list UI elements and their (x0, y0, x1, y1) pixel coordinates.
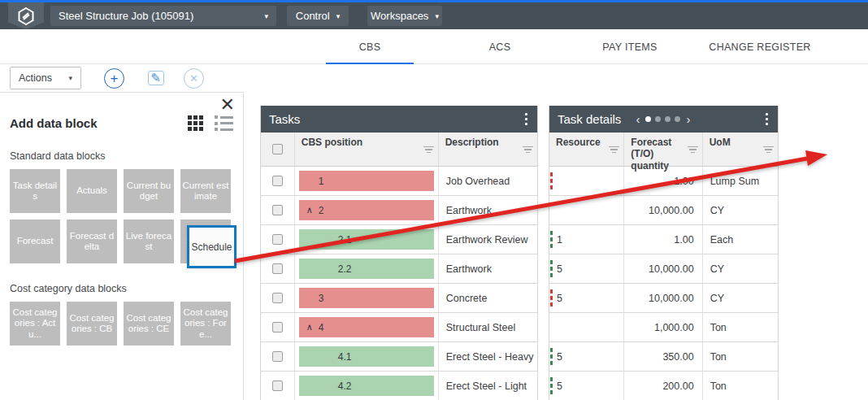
table-row[interactable]: 1,000.00Ton (549, 313, 778, 342)
row-checkbox[interactable] (272, 322, 283, 333)
table-row[interactable]: 10,000.00CY (549, 196, 778, 225)
task-description: Earthwork Review (439, 225, 537, 254)
filter-icon[interactable] (523, 146, 533, 154)
column-header-forecast-quantity[interactable]: Forecast (T/O) quantity (624, 133, 702, 166)
resource-status-marker (550, 319, 553, 337)
actions-dropdown[interactable]: Actions ▾ (10, 67, 81, 89)
data-block-tile-cost-categories-cb[interactable]: Cost categories : CB (67, 302, 117, 346)
column-header-cbs-position[interactable]: CBS position (295, 133, 439, 166)
data-block-tile-live-forecast[interactable]: Live forecast (124, 220, 174, 263)
tab-change-register[interactable]: CHANGE REGISTER (695, 29, 825, 64)
data-block-tile-cost-categories-fore[interactable]: Cost categories : Fore... (180, 302, 231, 346)
filter-icon[interactable] (423, 146, 434, 154)
toolbar: Actions ▾ + ✎ ✕ (0, 64, 868, 92)
tasks-header-row: CBS position Description (261, 133, 537, 167)
data-block-tile-task-details[interactable]: Task details (10, 169, 60, 213)
collapse-caret-icon[interactable]: ∧ (306, 322, 313, 333)
chevron-left-icon[interactable]: ‹ (634, 113, 641, 125)
filter-icon[interactable] (609, 146, 619, 154)
row-checkbox[interactable] (272, 380, 283, 391)
edit-button[interactable]: ✎ (145, 68, 166, 89)
cbs-position-bar: 1 (299, 171, 434, 191)
close-icon[interactable]: ✕ (220, 96, 235, 114)
column-header-description[interactable]: Description (439, 133, 537, 166)
row-checkbox[interactable] (272, 176, 283, 186)
chevron-right-icon[interactable]: › (684, 113, 692, 125)
forecast-quantity-value: 10,000.00 (624, 284, 702, 312)
forecast-quantity-value: 10,000.00 (624, 196, 702, 224)
table-row[interactable]: 510,000.00CY (549, 254, 778, 284)
table-row[interactable]: 510,000.00CY (549, 284, 778, 313)
task-description: Erect Steel - Light (439, 372, 537, 400)
cbs-position-value: 4.2 (338, 380, 352, 392)
table-row[interactable]: 1Job Overhead (261, 167, 537, 196)
pager-dot[interactable] (645, 116, 651, 122)
schedule-drag-tile[interactable]: Schedule (187, 225, 237, 268)
table-row[interactable]: 5350.00Ton (549, 342, 778, 372)
pager-dot[interactable] (675, 116, 680, 122)
task-description: Job Overhead (439, 167, 537, 195)
row-checkbox[interactable] (272, 234, 283, 245)
data-block-tile-cost-categories-actu[interactable]: Cost categories : Actu... (10, 302, 60, 346)
forecast-quantity-value: 10,000.00 (624, 254, 702, 283)
tasks-titlebar: Tasks (261, 106, 537, 133)
accent-strip (0, 0, 868, 2)
data-block-tile-current-budget[interactable]: Current budget (124, 169, 174, 213)
app-logo-icon[interactable] (8, 2, 44, 29)
grid-view-icon[interactable] (188, 115, 203, 131)
table-row[interactable]: 2.2Earthwork (261, 254, 537, 284)
row-checkbox[interactable] (272, 351, 283, 362)
top-bar: Steel Structure Job (105091) ▾ Control ▾… (0, 2, 868, 29)
filter-icon[interactable] (763, 146, 774, 154)
actions-label: Actions (19, 72, 52, 84)
list-view-icon[interactable] (215, 115, 233, 131)
table-row[interactable]: 11.00Each (549, 225, 778, 254)
pager-dot[interactable] (655, 116, 661, 122)
kebab-menu-icon[interactable] (764, 111, 770, 128)
uom-value: Ton (703, 313, 778, 341)
section-label-cost-category: Cost category data blocks (10, 283, 233, 294)
workspaces-label: Workspaces (371, 10, 428, 22)
table-row[interactable]: ∧4Structural Steel (261, 313, 537, 342)
data-block-tile-actuals[interactable]: Actuals (67, 169, 117, 213)
tab-acs[interactable]: ACS (435, 29, 565, 64)
column-header-uom[interactable]: UoM (703, 133, 778, 166)
data-block-tile-cost-categories-ce[interactable]: Cost categories : CE (124, 302, 174, 346)
column-header-resource[interactable]: Resource (549, 133, 624, 166)
job-selector-dropdown[interactable]: Steel Structure Job (105091) ▾ (50, 6, 276, 26)
resource-status-marker (550, 289, 553, 307)
data-block-tile-forecast[interactable]: Forecast (10, 220, 60, 263)
remove-button[interactable]: ✕ (184, 68, 204, 89)
data-block-tile-forecast-delta[interactable]: Forecast delta (67, 220, 117, 263)
cbs-position-bar: 2.1 (299, 229, 434, 250)
tab-cbs[interactable]: CBS (305, 29, 435, 64)
tab-pay-items[interactable]: PAY ITEMS (565, 29, 695, 64)
table-row[interactable]: 3Concrete (261, 284, 537, 313)
cbs-position-value: 1 (319, 176, 324, 187)
control-dropdown[interactable]: Control ▾ (287, 6, 349, 26)
task-description: Erect Steel - Heavy (439, 342, 537, 371)
filter-icon[interactable] (688, 146, 698, 154)
row-checkbox[interactable] (272, 205, 283, 215)
table-row[interactable]: 2.1Earthwork Review (261, 225, 537, 254)
workspaces-dropdown[interactable]: Workspaces ▾ (367, 6, 442, 26)
resource-status-marker (550, 260, 553, 278)
resource-value: 5 (557, 380, 562, 392)
table-row[interactable]: 5200.00Ton (549, 372, 778, 400)
select-all-checkbox[interactable] (272, 144, 283, 154)
table-row[interactable]: ∧2Earthwork (261, 196, 537, 225)
pager-dot[interactable] (665, 116, 671, 122)
cbs-position-value: 2 (319, 205, 324, 216)
cbs-position-bar: ∧4 (299, 317, 434, 337)
data-block-tile-current-estimate[interactable]: Current estimate (180, 169, 231, 213)
row-checkbox[interactable] (272, 263, 283, 274)
add-data-block-button[interactable]: + (104, 68, 124, 89)
collapse-caret-icon[interactable]: ∧ (306, 205, 313, 215)
uom-value: Lump Sum (703, 167, 778, 195)
row-checkbox[interactable] (272, 293, 283, 303)
kebab-menu-icon[interactable] (523, 111, 530, 128)
chevron-down-icon: ▾ (68, 74, 72, 82)
table-row[interactable]: 4.2Erect Steel - Light (261, 372, 537, 400)
table-row[interactable]: 4.1Erect Steel - Heavy (261, 342, 537, 372)
chevron-down-icon: ▾ (264, 12, 268, 20)
